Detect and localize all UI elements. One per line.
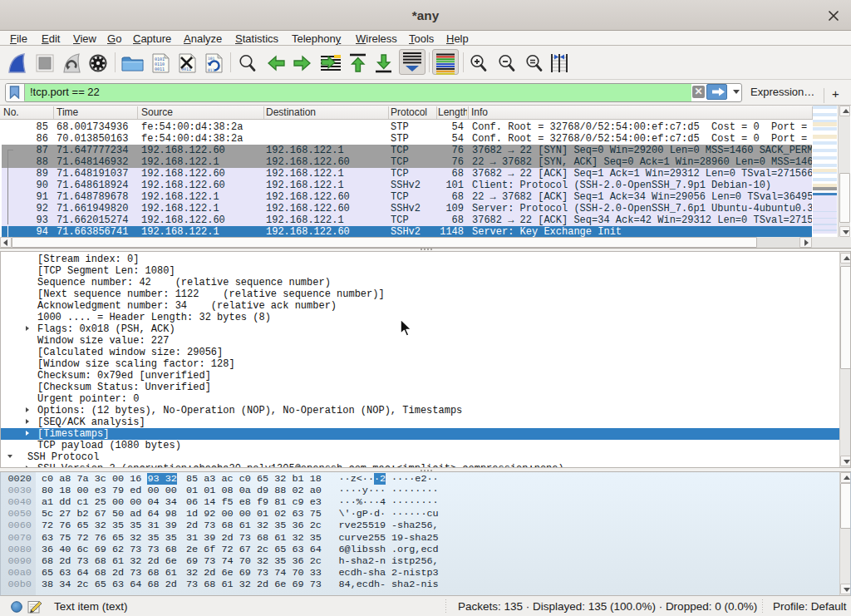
svg-text:011: 011 xyxy=(208,68,215,72)
svg-text:0011: 0011 xyxy=(155,67,165,71)
